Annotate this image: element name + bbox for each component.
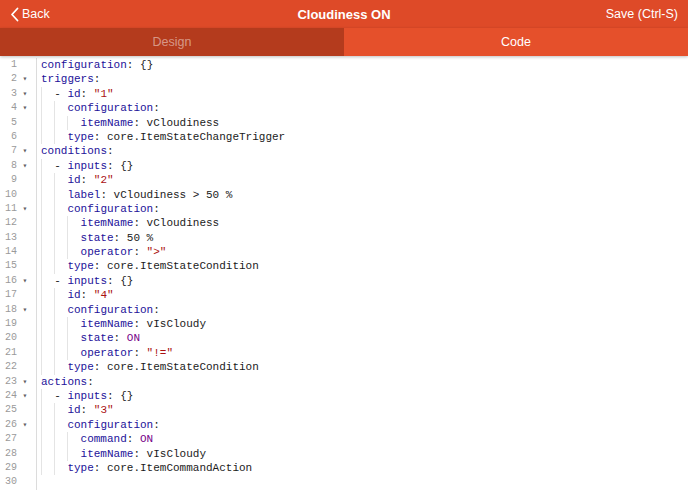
fold-arrow-icon[interactable]: ▾ bbox=[17, 159, 33, 173]
line-number: 28 bbox=[0, 447, 17, 461]
code-line[interactable]: 4▾configuration: bbox=[0, 101, 688, 115]
code-line-content: state: 50 % bbox=[37, 231, 153, 245]
code-line[interactable]: 25id: "3" bbox=[0, 403, 688, 417]
indent-guide bbox=[54, 317, 67, 331]
indent-guide bbox=[41, 173, 54, 187]
code-line[interactable]: 6type: core.ItemStateChangeTrigger bbox=[0, 130, 688, 144]
code-line-content: configuration: {} bbox=[37, 58, 153, 72]
code-line-content: type: core.ItemStateChangeTrigger bbox=[37, 130, 285, 144]
indent-guide bbox=[54, 116, 67, 130]
indent-guide bbox=[54, 130, 67, 144]
fold-arrow-icon[interactable]: ▾ bbox=[17, 274, 33, 288]
code-line[interactable]: 26▾configuration: bbox=[0, 418, 688, 432]
code-line[interactable]: 14operator: ">" bbox=[0, 245, 688, 259]
line-number: 12 bbox=[0, 216, 17, 230]
code-token: id bbox=[67, 289, 80, 301]
indent-guide bbox=[67, 317, 80, 331]
code-line[interactable]: 3▾- id: "1" bbox=[0, 87, 688, 101]
code-token: configuration bbox=[67, 419, 153, 431]
fold-arrow-icon[interactable]: ▾ bbox=[17, 202, 33, 216]
code-line-content: conditions: bbox=[37, 144, 114, 158]
code-token: "3" bbox=[94, 404, 114, 416]
code-line[interactable]: 18▾configuration: bbox=[0, 303, 688, 317]
code-line-content: - id: "1" bbox=[37, 87, 114, 101]
code-token: : vCloudiness > 50 % bbox=[100, 189, 232, 201]
code-token: inputs bbox=[67, 390, 107, 402]
line-gutter: 20 bbox=[0, 331, 37, 345]
code-line[interactable]: 23▾actions: bbox=[0, 375, 688, 389]
code-line[interactable]: 13state: 50 % bbox=[0, 231, 688, 245]
code-line[interactable]: 28itemName: vIsCloudy bbox=[0, 447, 688, 461]
indent-guide bbox=[67, 231, 80, 245]
code-token: conditions bbox=[41, 145, 107, 157]
save-button[interactable]: Save (Ctrl-S) bbox=[606, 7, 678, 21]
code-line[interactable]: 22type: core.ItemStateCondition bbox=[0, 360, 688, 374]
line-gutter: 28 bbox=[0, 447, 37, 461]
indent-guide bbox=[41, 159, 54, 173]
code-line[interactable]: 8▾- inputs: {} bbox=[0, 159, 688, 173]
code-token: type bbox=[67, 462, 93, 474]
code-line[interactable]: 12itemName: vCloudiness bbox=[0, 216, 688, 230]
line-number: 10 bbox=[0, 188, 17, 202]
code-line-content: configuration: bbox=[37, 303, 160, 317]
code-token: itemName bbox=[81, 318, 134, 330]
indent-guide bbox=[54, 101, 67, 115]
fold-arrow-icon[interactable]: ▾ bbox=[17, 87, 33, 101]
code-token: inputs bbox=[67, 275, 107, 287]
code-line[interactable]: 7▾conditions: bbox=[0, 144, 688, 158]
line-number: 27 bbox=[0, 432, 17, 446]
code-line[interactable]: 2▾triggers: bbox=[0, 72, 688, 86]
indent-guide bbox=[41, 432, 54, 446]
code-line[interactable]: 30 bbox=[0, 475, 688, 489]
line-number: 5 bbox=[0, 116, 17, 130]
tab-design[interactable]: Design bbox=[0, 28, 344, 56]
code-line[interactable]: 5itemName: vCloudiness bbox=[0, 116, 688, 130]
code-line-content: itemName: vCloudiness bbox=[37, 216, 219, 230]
indent-guide bbox=[54, 231, 67, 245]
line-gutter: 13 bbox=[0, 231, 37, 245]
code-line[interactable]: 15type: core.ItemStateCondition bbox=[0, 259, 688, 273]
code-line-content: command: ON bbox=[37, 432, 153, 446]
fold-arrow-icon[interactable]: ▾ bbox=[17, 389, 33, 403]
tab-code[interactable]: Code bbox=[344, 28, 688, 56]
line-gutter: 22 bbox=[0, 360, 37, 374]
code-line[interactable]: 24▾- inputs: {} bbox=[0, 389, 688, 403]
fold-arrow-icon[interactable]: ▾ bbox=[17, 375, 33, 389]
indent-guide bbox=[54, 259, 67, 273]
code-line-content: id: "2" bbox=[37, 173, 114, 187]
indent-guide bbox=[41, 447, 54, 461]
line-number: 8 bbox=[0, 159, 17, 173]
indent-guide bbox=[41, 360, 54, 374]
code-line[interactable]: 21operator: "!=" bbox=[0, 346, 688, 360]
code-line[interactable]: 9id: "2" bbox=[0, 173, 688, 187]
fold-arrow-icon[interactable]: ▾ bbox=[17, 303, 33, 317]
code-line[interactable]: 10label: vCloudiness > 50 % bbox=[0, 188, 688, 202]
fold-arrow-icon[interactable]: ▾ bbox=[17, 144, 33, 158]
code-token: : bbox=[153, 102, 160, 114]
code-token: : core.ItemCommandAction bbox=[94, 462, 252, 474]
line-gutter: 7▾ bbox=[0, 144, 37, 158]
code-editor[interactable]: 1configuration: {}2▾triggers:3▾- id: "1"… bbox=[0, 56, 688, 500]
line-gutter: 26▾ bbox=[0, 418, 37, 432]
fold-arrow-icon[interactable]: ▾ bbox=[17, 101, 33, 115]
code-line[interactable]: 19itemName: vIsCloudy bbox=[0, 317, 688, 331]
code-line[interactable]: 16▾- inputs: {} bbox=[0, 274, 688, 288]
back-button[interactable]: Back bbox=[10, 7, 50, 22]
indent-guide bbox=[41, 389, 54, 403]
code-line[interactable]: 27command: ON bbox=[0, 432, 688, 446]
code-token: : {} bbox=[107, 390, 133, 402]
code-token: : bbox=[127, 433, 140, 445]
indent-guide bbox=[54, 188, 67, 202]
code-line-content: operator: "!=" bbox=[37, 346, 173, 360]
fold-arrow-icon[interactable]: ▾ bbox=[17, 72, 33, 86]
line-number: 15 bbox=[0, 259, 17, 273]
indent-guide bbox=[54, 288, 67, 302]
code-line[interactable]: 20state: ON bbox=[0, 331, 688, 345]
code-line[interactable]: 1configuration: {} bbox=[0, 58, 688, 72]
code-line[interactable]: 17id: "4" bbox=[0, 288, 688, 302]
code-token: "!=" bbox=[147, 347, 173, 359]
fold-arrow-icon[interactable]: ▾ bbox=[17, 418, 33, 432]
line-gutter: 27 bbox=[0, 432, 37, 446]
code-line[interactable]: 29type: core.ItemCommandAction bbox=[0, 461, 688, 475]
code-line[interactable]: 11▾configuration: bbox=[0, 202, 688, 216]
